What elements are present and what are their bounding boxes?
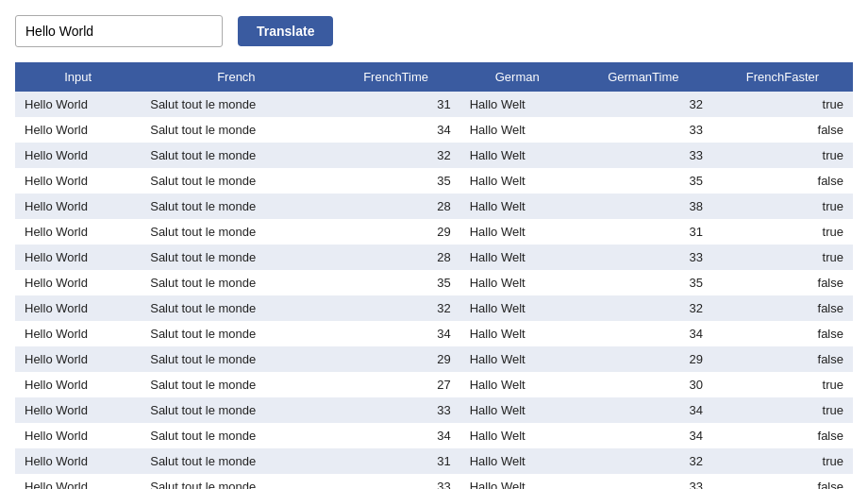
table-row: Hello WorldSalut tout le monde33Hallo We…	[15, 474, 853, 489]
table-row: Hello WorldSalut tout le monde32Hallo We…	[15, 143, 853, 168]
table-cell: Hallo Welt	[460, 448, 575, 474]
table-row: Hello WorldSalut tout le monde29Hallo We…	[15, 219, 853, 244]
table-cell: false	[712, 295, 853, 321]
table-cell: 34	[332, 321, 460, 346]
table-cell: true	[712, 244, 853, 270]
table-row: Hello WorldSalut tout le monde28Hallo We…	[15, 194, 853, 219]
table-cell: 33	[332, 474, 460, 489]
table-cell: Hallo Welt	[460, 117, 575, 143]
table-row: Hello WorldSalut tout le monde33Hallo We…	[15, 397, 853, 423]
col-header-german: German	[460, 62, 575, 92]
table-cell: 34	[575, 321, 712, 346]
table-cell: Salut tout le monde	[141, 474, 331, 489]
table-cell: Hallo Welt	[460, 474, 575, 489]
table-cell: 29	[575, 346, 712, 372]
table-cell: Hallo Welt	[460, 295, 575, 321]
table-cell: Hallo Welt	[460, 270, 575, 295]
table-cell: Hallo Welt	[460, 321, 575, 346]
table-cell: Hello World	[15, 321, 141, 346]
col-header-frenchfaster: FrenchFaster	[712, 62, 853, 92]
table-cell: true	[712, 92, 853, 117]
col-header-germantime: GermanTime	[575, 62, 712, 92]
table-cell: Salut tout le monde	[141, 448, 331, 474]
table-row: Hello WorldSalut tout le monde34Hallo We…	[15, 321, 853, 346]
table-cell: Hello World	[15, 423, 141, 448]
table-cell: 32	[575, 295, 712, 321]
table-cell: Hello World	[15, 346, 141, 372]
table-cell: Hello World	[15, 117, 141, 143]
table-row: Hello WorldSalut tout le monde27Hallo We…	[15, 372, 853, 397]
table-cell: true	[712, 194, 853, 219]
table-cell: 32	[575, 92, 712, 117]
table-cell: 31	[332, 448, 460, 474]
table-cell: 31	[332, 92, 460, 117]
table-cell: Hello World	[15, 219, 141, 244]
table-cell: 29	[332, 346, 460, 372]
table-cell: Hello World	[15, 270, 141, 295]
table-cell: 33	[575, 143, 712, 168]
table-cell: Salut tout le monde	[141, 143, 331, 168]
table-cell: Salut tout le monde	[141, 244, 331, 270]
table-cell: 35	[575, 270, 712, 295]
table-cell: Salut tout le monde	[141, 346, 331, 372]
col-header-input: Input	[15, 62, 141, 92]
table-header-row: Input French FrenchTime German GermanTim…	[15, 62, 853, 92]
table-cell: Salut tout le monde	[141, 168, 331, 194]
col-header-frenchtime: FrenchTime	[332, 62, 460, 92]
table-cell: false	[712, 117, 853, 143]
table-cell: true	[712, 219, 853, 244]
table-cell: Hello World	[15, 397, 141, 423]
table-cell: Hallo Welt	[460, 143, 575, 168]
table-cell: Hallo Welt	[460, 219, 575, 244]
table-cell: 27	[332, 372, 460, 397]
table-cell: Salut tout le monde	[141, 270, 331, 295]
table-cell: false	[712, 321, 853, 346]
table-cell: 32	[332, 143, 460, 168]
table-cell: 33	[332, 397, 460, 423]
table-cell: 35	[332, 168, 460, 194]
table-cell: Hallo Welt	[460, 244, 575, 270]
table-cell: 33	[575, 117, 712, 143]
table-cell: false	[712, 270, 853, 295]
table-cell: Hello World	[15, 474, 141, 489]
table-cell: true	[712, 448, 853, 474]
table-cell: 28	[332, 194, 460, 219]
table-cell: Hallo Welt	[460, 397, 575, 423]
table-cell: Hallo Welt	[460, 423, 575, 448]
table-cell: Hello World	[15, 194, 141, 219]
table-cell: false	[712, 346, 853, 372]
table-cell: 34	[575, 423, 712, 448]
table-row: Hello WorldSalut tout le monde31Hallo We…	[15, 92, 853, 117]
table-cell: 30	[575, 372, 712, 397]
table-row: Hello WorldSalut tout le monde32Hallo We…	[15, 295, 853, 321]
table-cell: Salut tout le monde	[141, 295, 331, 321]
top-bar: Translate	[15, 15, 853, 47]
table-cell: Salut tout le monde	[141, 423, 331, 448]
table-cell: true	[712, 372, 853, 397]
table-cell: Hello World	[15, 168, 141, 194]
table-row: Hello WorldSalut tout le monde31Hallo We…	[15, 448, 853, 474]
table-cell: 35	[332, 270, 460, 295]
translate-button[interactable]: Translate	[238, 16, 333, 46]
table-cell: 32	[332, 295, 460, 321]
results-table: Input French FrenchTime German GermanTim…	[15, 62, 853, 489]
table-cell: false	[712, 474, 853, 489]
table-cell: 28	[332, 244, 460, 270]
table-cell: Salut tout le monde	[141, 397, 331, 423]
table-row: Hello WorldSalut tout le monde34Hallo We…	[15, 117, 853, 143]
table-row: Hello WorldSalut tout le monde28Hallo We…	[15, 244, 853, 270]
table-cell: Salut tout le monde	[141, 117, 331, 143]
search-input[interactable]	[15, 15, 223, 47]
table-cell: Hallo Welt	[460, 346, 575, 372]
table-row: Hello WorldSalut tout le monde34Hallo We…	[15, 423, 853, 448]
col-header-french: French	[141, 62, 331, 92]
table-cell: Hallo Welt	[460, 372, 575, 397]
table-cell: Hallo Welt	[460, 92, 575, 117]
table-cell: 35	[575, 168, 712, 194]
table-cell: Hello World	[15, 244, 141, 270]
table-cell: 33	[575, 244, 712, 270]
table-cell: 34	[332, 423, 460, 448]
table-row: Hello WorldSalut tout le monde29Hallo We…	[15, 346, 853, 372]
table-cell: Salut tout le monde	[141, 92, 331, 117]
table-cell: Salut tout le monde	[141, 219, 331, 244]
